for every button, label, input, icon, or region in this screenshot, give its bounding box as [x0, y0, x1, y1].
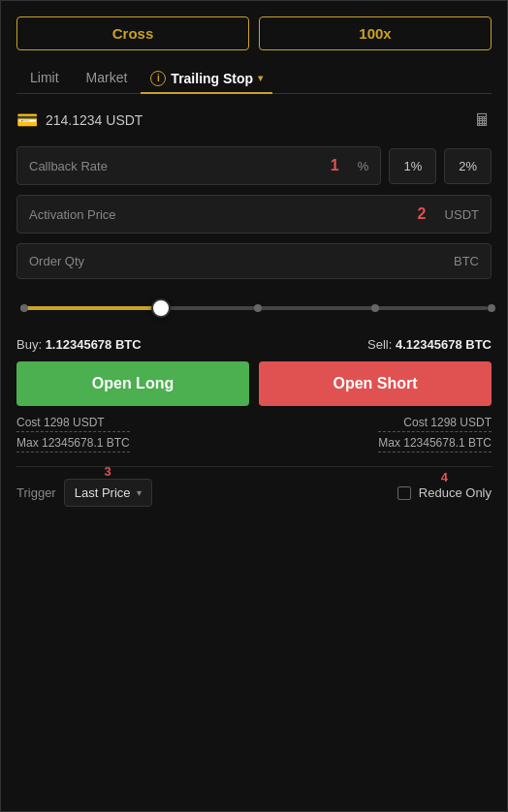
right-cost: Cost 1298 USDT: [378, 416, 492, 432]
slider-dot-75: [371, 304, 379, 312]
action-buttons: Open Long Open Short: [16, 361, 492, 406]
sell-label: Sell:: [367, 337, 392, 352]
activation-price-label: Activation Price: [29, 207, 410, 222]
activation-price-badge: 2: [418, 205, 437, 223]
trailing-stop-chevron: ▾: [258, 73, 263, 83]
left-max: Max 12345678.1 BTC: [16, 436, 130, 453]
balance-amount: 214.1234 USDT: [46, 112, 143, 128]
order-qty-label: Order Qty: [29, 254, 446, 268]
trigger-badge-4: 4: [441, 470, 448, 484]
calculator-icon[interactable]: 🖩: [474, 110, 492, 131]
tab-market[interactable]: Market: [73, 64, 142, 91]
buy-sell-info: Buy: 1.12345678 BTC Sell: 4.12345678 BTC: [16, 337, 492, 352]
order-type-tabs: Limit Market i Trailing Stop ▾: [16, 64, 492, 94]
slider-dot-50: [254, 304, 262, 312]
pct2-button[interactable]: 2%: [444, 148, 492, 184]
trailing-stop-label: Trailing Stop: [171, 71, 253, 86]
buy-label: Buy:: [16, 337, 42, 352]
last-price-chevron: ▾: [137, 487, 142, 498]
right-max: Max 12345678.1 BTC: [378, 436, 492, 453]
callback-rate-unit: %: [358, 159, 369, 173]
callback-rate-badge: 1: [331, 157, 350, 174]
left-cost-max: Cost 1298 USDT Max 12345678.1 BTC: [16, 416, 130, 453]
info-icon: i: [150, 71, 166, 86]
callback-rate-row: Callback Rate 1 % 1% 2%: [16, 146, 492, 185]
cost-max-row: Cost 1298 USDT Max 12345678.1 BTC Cost 1…: [16, 416, 492, 453]
leverage-button[interactable]: 100x: [259, 16, 492, 50]
buy-info: Buy: 1.12345678 BTC: [16, 337, 142, 352]
buy-value: 1.12345678 BTC: [46, 337, 142, 352]
sell-value: 4.12345678 BTC: [396, 337, 492, 352]
open-long-button[interactable]: Open Long: [16, 361, 249, 406]
slider-dot-100: [488, 304, 495, 312]
balance-row: 💳 214.1234 USDT 🖩: [16, 104, 492, 137]
sell-info: Sell: 4.12345678 BTC: [367, 337, 492, 352]
callback-rate-input[interactable]: Callback Rate 1 %: [16, 146, 381, 185]
trading-panel: Cross 100x Limit Market i Trailing Stop …: [0, 0, 508, 812]
last-price-text: Last Price: [75, 485, 131, 500]
balance-info: 💳 214.1234 USDT: [16, 109, 143, 131]
reduce-only-checkbox[interactable]: [397, 486, 411, 500]
last-price-select[interactable]: 3 Last Price ▾: [64, 479, 152, 507]
open-short-button[interactable]: Open Short: [259, 361, 492, 406]
left-cost: Cost 1298 USDT: [16, 416, 130, 432]
slider-fill: [20, 306, 161, 310]
slider-track: [20, 306, 488, 310]
trigger-left: Trigger 3 Last Price ▾: [16, 479, 152, 507]
reduce-only-section: 4 Reduce Only: [397, 485, 492, 500]
callback-rate-label: Callback Rate: [29, 159, 323, 173]
trigger-badge-3: 3: [104, 464, 111, 479]
reduce-only-label: Reduce Only: [419, 485, 492, 500]
right-cost-max: Cost 1298 USDT Max 12345678.1 BTC: [378, 416, 492, 453]
order-qty-unit: BTC: [454, 254, 479, 268]
tab-limit[interactable]: Limit: [16, 64, 73, 91]
slider-dot-0: [20, 304, 28, 312]
slider-thumb[interactable]: [151, 298, 171, 318]
card-icon: 💳: [16, 109, 38, 131]
cross-button[interactable]: Cross: [16, 16, 249, 50]
tab-trailing-stop[interactable]: i Trailing Stop ▾: [141, 65, 272, 94]
activation-price-unit: USDT: [445, 207, 479, 222]
trigger-label: Trigger: [16, 485, 56, 500]
trigger-row: Trigger 3 Last Price ▾ 4 Reduce Only: [16, 466, 492, 507]
activation-price-input[interactable]: Activation Price 2 USDT: [16, 195, 492, 234]
quantity-slider[interactable]: [16, 289, 492, 328]
order-qty-input[interactable]: Order Qty BTC: [16, 243, 492, 279]
pct1-button[interactable]: 1%: [389, 148, 436, 184]
mode-leverage-row: Cross 100x: [16, 16, 492, 50]
